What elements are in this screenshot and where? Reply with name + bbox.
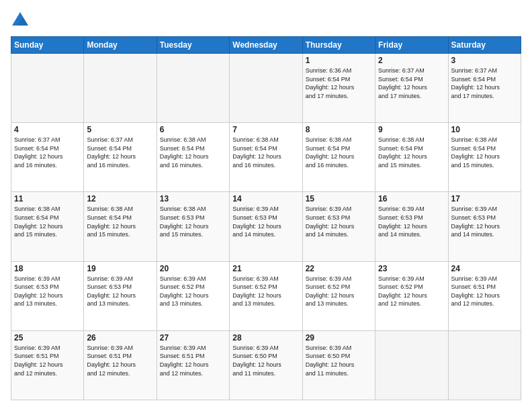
day-info: Sunrise: 6:39 AM Sunset: 6:53 PM Dayligh… [87, 275, 153, 308]
day-header-thursday: Thursday [302, 37, 375, 54]
calendar-cell: 24Sunrise: 6:39 AM Sunset: 6:51 PM Dayli… [448, 261, 521, 330]
day-info: Sunrise: 6:38 AM Sunset: 6:54 PM Dayligh… [451, 136, 518, 169]
day-number: 14 [232, 194, 299, 203]
day-number: 1 [306, 56, 372, 65]
day-number: 17 [451, 194, 518, 203]
week-row-2: 4Sunrise: 6:37 AM Sunset: 6:54 PM Daylig… [11, 123, 521, 192]
day-number: 23 [378, 264, 445, 273]
day-info: Sunrise: 6:39 AM Sunset: 6:53 PM Dayligh… [306, 205, 372, 238]
day-number: 16 [378, 194, 445, 203]
calendar-cell: 4Sunrise: 6:37 AM Sunset: 6:54 PM Daylig… [11, 123, 84, 192]
day-info: Sunrise: 6:38 AM Sunset: 6:54 PM Dayligh… [378, 136, 445, 169]
page: SundayMondayTuesdayWednesdayThursdayFrid… [0, 0, 532, 411]
calendar-cell: 23Sunrise: 6:39 AM Sunset: 6:52 PM Dayli… [375, 261, 448, 330]
day-number: 12 [87, 194, 153, 203]
day-number: 19 [87, 264, 153, 273]
calendar-cell: 3Sunrise: 6:37 AM Sunset: 6:54 PM Daylig… [448, 54, 521, 123]
calendar-cell: 26Sunrise: 6:39 AM Sunset: 6:51 PM Dayli… [84, 330, 157, 400]
calendar-cell: 1Sunrise: 6:36 AM Sunset: 6:54 PM Daylig… [302, 54, 375, 123]
day-number: 15 [306, 194, 372, 203]
calendar-cell: 8Sunrise: 6:38 AM Sunset: 6:54 PM Daylig… [302, 123, 375, 192]
day-info: Sunrise: 6:38 AM Sunset: 6:54 PM Dayligh… [14, 205, 81, 238]
day-info: Sunrise: 6:37 AM Sunset: 6:54 PM Dayligh… [87, 136, 153, 169]
calendar-cell: 25Sunrise: 6:39 AM Sunset: 6:51 PM Dayli… [11, 330, 84, 400]
calendar-cell: 11Sunrise: 6:38 AM Sunset: 6:54 PM Dayli… [11, 192, 84, 261]
calendar-cell: 10Sunrise: 6:38 AM Sunset: 6:54 PM Dayli… [448, 123, 521, 192]
calendar-cell [84, 54, 157, 123]
calendar-cell [11, 54, 84, 123]
day-number: 2 [378, 56, 445, 65]
calendar-cell: 14Sunrise: 6:39 AM Sunset: 6:53 PM Dayli… [230, 192, 302, 261]
day-number: 26 [87, 333, 153, 342]
day-info: Sunrise: 6:39 AM Sunset: 6:52 PM Dayligh… [378, 275, 445, 308]
week-row-1: 1Sunrise: 6:36 AM Sunset: 6:54 PM Daylig… [11, 54, 521, 123]
day-header-wednesday: Wednesday [230, 37, 302, 54]
calendar-cell: 27Sunrise: 6:39 AM Sunset: 6:51 PM Dayli… [157, 330, 229, 400]
day-info: Sunrise: 6:39 AM Sunset: 6:52 PM Dayligh… [306, 275, 372, 308]
day-number: 7 [232, 125, 299, 134]
day-info: Sunrise: 6:38 AM Sunset: 6:54 PM Dayligh… [160, 136, 226, 169]
day-info: Sunrise: 6:39 AM Sunset: 6:52 PM Dayligh… [160, 275, 226, 308]
day-info: Sunrise: 6:37 AM Sunset: 6:54 PM Dayligh… [451, 66, 518, 100]
calendar-cell: 19Sunrise: 6:39 AM Sunset: 6:53 PM Dayli… [84, 261, 157, 330]
day-number: 4 [14, 125, 81, 134]
calendar-cell: 5Sunrise: 6:37 AM Sunset: 6:54 PM Daylig… [84, 123, 157, 192]
day-info: Sunrise: 6:39 AM Sunset: 6:51 PM Dayligh… [160, 344, 226, 377]
day-info: Sunrise: 6:38 AM Sunset: 6:54 PM Dayligh… [232, 136, 299, 169]
day-header-saturday: Saturday [448, 37, 521, 54]
days-header-row: SundayMondayTuesdayWednesdayThursdayFrid… [11, 37, 521, 54]
day-number: 8 [306, 125, 372, 134]
calendar-cell [230, 54, 302, 123]
week-row-4: 18Sunrise: 6:39 AM Sunset: 6:53 PM Dayli… [11, 261, 521, 330]
day-header-sunday: Sunday [11, 37, 84, 54]
day-info: Sunrise: 6:37 AM Sunset: 6:54 PM Dayligh… [14, 136, 81, 169]
calendar-cell [375, 330, 448, 400]
day-number: 24 [451, 264, 518, 273]
calendar-cell: 21Sunrise: 6:39 AM Sunset: 6:52 PM Dayli… [230, 261, 302, 330]
day-info: Sunrise: 6:38 AM Sunset: 6:54 PM Dayligh… [306, 136, 372, 169]
day-number: 21 [232, 264, 299, 273]
day-number: 27 [160, 333, 226, 342]
calendar-cell: 9Sunrise: 6:38 AM Sunset: 6:54 PM Daylig… [375, 123, 448, 192]
week-row-3: 11Sunrise: 6:38 AM Sunset: 6:54 PM Dayli… [11, 192, 521, 261]
day-number: 6 [160, 125, 226, 134]
day-number: 5 [87, 125, 153, 134]
day-info: Sunrise: 6:39 AM Sunset: 6:51 PM Dayligh… [87, 344, 153, 377]
calendar-cell: 13Sunrise: 6:38 AM Sunset: 6:53 PM Dayli… [157, 192, 229, 261]
calendar-cell: 12Sunrise: 6:38 AM Sunset: 6:54 PM Dayli… [84, 192, 157, 261]
calendar: SundayMondayTuesdayWednesdayThursdayFrid… [11, 36, 521, 400]
day-header-monday: Monday [84, 37, 157, 54]
day-info: Sunrise: 6:39 AM Sunset: 6:53 PM Dayligh… [232, 205, 299, 238]
calendar-cell: 29Sunrise: 6:39 AM Sunset: 6:50 PM Dayli… [302, 330, 375, 400]
day-number: 20 [160, 264, 226, 273]
day-header-tuesday: Tuesday [157, 37, 229, 54]
day-info: Sunrise: 6:38 AM Sunset: 6:53 PM Dayligh… [160, 205, 226, 238]
day-number: 18 [14, 264, 81, 273]
day-info: Sunrise: 6:39 AM Sunset: 6:53 PM Dayligh… [451, 205, 518, 238]
day-number: 11 [14, 194, 81, 203]
calendar-cell [448, 330, 521, 400]
calendar-cell: 2Sunrise: 6:37 AM Sunset: 6:54 PM Daylig… [375, 54, 448, 123]
day-info: Sunrise: 6:39 AM Sunset: 6:51 PM Dayligh… [451, 275, 518, 308]
calendar-cell [157, 54, 229, 123]
day-info: Sunrise: 6:39 AM Sunset: 6:51 PM Dayligh… [14, 344, 81, 377]
day-info: Sunrise: 6:39 AM Sunset: 6:53 PM Dayligh… [14, 275, 81, 308]
calendar-cell: 17Sunrise: 6:39 AM Sunset: 6:53 PM Dayli… [448, 192, 521, 261]
calendar-cell: 18Sunrise: 6:39 AM Sunset: 6:53 PM Dayli… [11, 261, 84, 330]
day-number: 29 [306, 333, 372, 342]
header [11, 11, 521, 30]
calendar-cell: 22Sunrise: 6:39 AM Sunset: 6:52 PM Dayli… [302, 261, 375, 330]
day-number: 13 [160, 194, 226, 203]
logo [11, 11, 32, 30]
calendar-cell: 20Sunrise: 6:39 AM Sunset: 6:52 PM Dayli… [157, 261, 229, 330]
day-number: 25 [14, 333, 81, 342]
logo-icon [11, 11, 30, 30]
week-row-5: 25Sunrise: 6:39 AM Sunset: 6:51 PM Dayli… [11, 330, 521, 400]
calendar-cell: 6Sunrise: 6:38 AM Sunset: 6:54 PM Daylig… [157, 123, 229, 192]
calendar-cell: 7Sunrise: 6:38 AM Sunset: 6:54 PM Daylig… [230, 123, 302, 192]
day-header-friday: Friday [375, 37, 448, 54]
day-number: 28 [232, 333, 299, 342]
day-info: Sunrise: 6:39 AM Sunset: 6:53 PM Dayligh… [378, 205, 445, 238]
day-number: 10 [451, 125, 518, 134]
day-info: Sunrise: 6:38 AM Sunset: 6:54 PM Dayligh… [87, 205, 153, 238]
